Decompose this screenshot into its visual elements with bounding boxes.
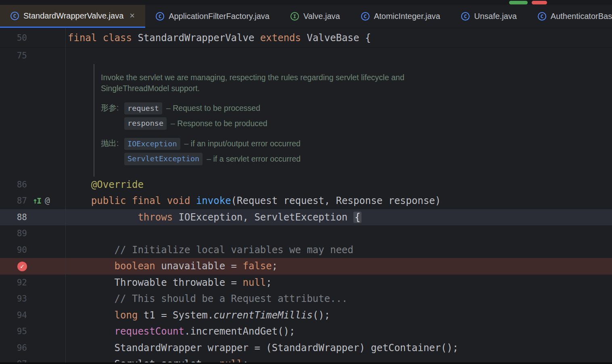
run-button[interactable] — [509, 1, 528, 4]
doc-entry: response– Response to be produced — [124, 117, 267, 130]
doc-entry-description: – Response to be produced — [171, 118, 267, 129]
gutter: ✓ — [0, 258, 66, 275]
gutter: 96 — [0, 340, 66, 356]
code-line-96[interactable]: 96 StandardWrapper wrapper = (StandardWr… — [0, 340, 612, 356]
code-text: final class StandardWrapperValve extends… — [66, 28, 371, 47]
editor-lines: 75Invoke the servlet we are managing, re… — [0, 48, 612, 364]
rendered-doc-comment: Invoke the servlet we are managing, resp… — [94, 64, 404, 177]
doc-section-1: 抛出:IOException– if an input/output error… — [101, 138, 404, 165]
line-number[interactable]: 88 — [0, 212, 27, 222]
gutter: 92 — [0, 275, 66, 291]
close-icon[interactable]: × — [130, 11, 135, 20]
code-editor: 50final class StandardWrapperValve exten… — [0, 28, 612, 364]
doc-entry: IOException– if an input/output error oc… — [124, 138, 301, 150]
doc-code-chip: response — [124, 117, 167, 130]
window-top-strip — [0, 0, 612, 5]
gutter: 93 — [0, 291, 66, 307]
doc-entry: ServletException– if a servlet error occ… — [124, 153, 301, 165]
code-line-50[interactable]: 50final class StandardWrapperValve exten… — [0, 28, 612, 48]
code-line-86[interactable]: 86 @Override — [0, 177, 612, 193]
gutter: 87↑I@ — [0, 193, 66, 209]
line-number[interactable]: 92 — [0, 278, 27, 287]
code-text: Throwable throwable = null; — [66, 275, 272, 291]
code-text: long t1 = System.currentTimeMillis(); — [66, 307, 330, 324]
code-text: boolean unavailable = false; — [66, 258, 278, 275]
doc-area: Invoke the servlet we are managing, resp… — [66, 64, 404, 177]
gutter: 86 — [0, 177, 66, 193]
code-line-93[interactable]: 93 // This should be a Request attribute… — [0, 291, 612, 307]
gutter: 88 — [0, 209, 66, 226]
tab-label: AuthenticatorBase.j — [551, 12, 612, 21]
doc-entry-description: – if an input/output error occurred — [184, 138, 301, 150]
tab-label: Unsafe.java — [474, 12, 517, 21]
gutter: 90 — [0, 242, 66, 258]
editor-tab-2[interactable]: IValve.java — [280, 5, 351, 28]
editor-tab-0[interactable]: CStandardWrapperValve.java× — [0, 5, 145, 28]
code-line[interactable]: ✓ boolean unavailable = false; — [0, 258, 612, 275]
code-line-75[interactable]: 75 — [0, 48, 612, 64]
code-line-90[interactable]: 90 // Initialize local variables we may … — [0, 242, 612, 258]
gutter: 75 — [0, 48, 66, 64]
tab-label: Valve.java — [303, 12, 340, 21]
code-text: // Initialize local variables we may nee… — [66, 242, 353, 258]
code-text: @Override — [66, 177, 144, 193]
code-line-95[interactable]: 95 requestCount.incrementAndGet(); — [0, 323, 612, 340]
editor-tab-3[interactable]: CAtomicInteger.java — [351, 5, 451, 28]
doc-comment-row[interactable]: Invoke the servlet we are managing, resp… — [0, 64, 612, 177]
editor-tab-5[interactable]: CAuthenticatorBase.j — [527, 5, 612, 28]
doc-section-label: 形参: — [101, 102, 124, 130]
tab-label: ApplicationFilterFactory.java — [169, 12, 269, 21]
line-number[interactable]: 93 — [0, 294, 27, 304]
code-text: requestCount.incrementAndGet(); — [66, 323, 295, 340]
code-text: public final void invoke(Request request… — [66, 193, 441, 209]
class-icon: C — [461, 12, 470, 21]
annotation-gutter-icon[interactable]: @ — [45, 196, 50, 206]
code-line-94[interactable]: 94 long t1 = System.currentTimeMillis(); — [0, 307, 612, 324]
code-line-92[interactable]: 92 Throwable throwable = null; — [0, 275, 612, 291]
class-icon: C — [156, 12, 164, 21]
override-gutter-icon[interactable]: ↑I — [33, 196, 41, 206]
ide-window: CStandardWrapperValve.java×CApplicationF… — [0, 0, 612, 364]
doc-code-chip: request — [124, 102, 162, 115]
tab-label: StandardWrapperValve.java — [23, 11, 123, 21]
breakpoint-icon[interactable]: ✓ — [17, 262, 27, 271]
editor-tab-4[interactable]: CUnsafe.java — [451, 5, 527, 28]
line-number[interactable]: 86 — [0, 180, 27, 189]
doc-code-chip: IOException — [124, 138, 180, 150]
tab-label: AtomicInteger.java — [374, 12, 441, 21]
line-number[interactable]: 90 — [0, 245, 27, 255]
interface-icon: I — [290, 12, 299, 21]
doc-section-0: 形参:request– Request to be processedrespo… — [101, 102, 404, 130]
gutter — [0, 64, 66, 177]
class-icon: C — [361, 12, 370, 21]
class-icon: C — [538, 12, 546, 21]
doc-section-label: 抛出: — [101, 138, 124, 165]
code-line-89[interactable]: 89 — [0, 225, 612, 242]
code-text — [66, 48, 68, 64]
line-number[interactable]: 50 — [0, 33, 27, 43]
line-number[interactable]: 94 — [0, 310, 27, 320]
window-bottom-edge — [0, 362, 612, 364]
doc-entry: request– Request to be processed — [124, 102, 267, 115]
code-text: // This should be a Request attribute... — [66, 291, 348, 307]
line-number[interactable]: 87 — [0, 196, 27, 206]
code-text — [66, 225, 68, 242]
line-number[interactable]: 89 — [0, 229, 27, 238]
class-icon: C — [10, 12, 19, 20]
doc-code-chip: ServletException — [124, 153, 203, 165]
code-text: throws IOException, ServletException { — [66, 209, 361, 226]
gutter: 95 — [0, 323, 66, 340]
line-number[interactable]: ✓ — [0, 261, 27, 271]
code-line-87[interactable]: 87↑I@ public final void invoke(Request r… — [0, 193, 612, 209]
line-number[interactable]: 96 — [0, 343, 27, 353]
doc-entry-description: – Request to be processed — [166, 103, 260, 114]
doc-summary: Invoke the servlet we are managing, resp… — [101, 72, 404, 94]
line-number[interactable]: 75 — [0, 51, 27, 60]
stop-button[interactable] — [532, 1, 547, 4]
gutter: 94 — [0, 307, 66, 324]
code-line-88[interactable]: 88 throws IOException, ServletException … — [0, 209, 612, 226]
tab-bar: CStandardWrapperValve.java×CApplicationF… — [0, 5, 612, 28]
line-number[interactable]: 95 — [0, 327, 27, 336]
editor-tab-1[interactable]: CApplicationFilterFactory.java — [145, 5, 280, 28]
code-text: StandardWrapper wrapper = (StandardWrapp… — [66, 340, 458, 356]
